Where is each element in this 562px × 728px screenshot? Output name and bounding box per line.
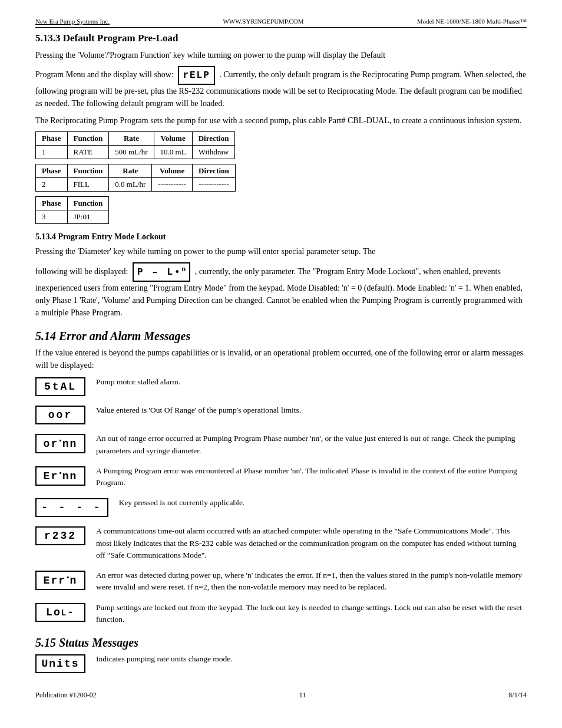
page-footer: Publication #1200-02 11 8/1/14	[35, 691, 527, 700]
table-row: 1 RATE 500 mL/hr 10.0 mL Withdraw	[36, 146, 235, 159]
lcd-oor: oor	[35, 406, 85, 424]
section-513-para3: The Reciprocating Pump Program sets the …	[35, 114, 527, 127]
section-5134-para1: Pressing the 'Diameter' key while turnin…	[35, 245, 527, 258]
program-table-2: Phase Function Rate Volume Direction 2 F…	[35, 164, 236, 192]
alarm-text-dashes: Key pressed is not currently applicable.	[119, 497, 527, 509]
lcd-relp: rELP	[178, 66, 214, 85]
alarm-text-r232: A communications time-out alarm occurred…	[96, 525, 527, 561]
lcd-ernn: Er•nn	[35, 466, 85, 486]
header-company: New Era Pump Systems Inc.	[35, 18, 110, 25]
alarm-row-ornn: or•nn An out of range error occurred at …	[35, 433, 527, 457]
lcd-ornn: or•nn	[35, 434, 85, 453]
section-514-intro: If the value entered is beyond the pumps…	[35, 347, 527, 371]
alarm-row-dashes: - - - - Key pressed is not currently app…	[35, 497, 527, 517]
alarm-text-ornn: An out of range error occurred at Pumpin…	[96, 433, 527, 457]
section-515-title: 5.15 Status Messages	[35, 636, 527, 650]
lcd-r232: r232	[35, 526, 85, 545]
alarm-text-lol: Pump settings are locked out from the ke…	[96, 602, 527, 626]
alarm-row-ernn: Er•nn A Pumping Program error was encoun…	[35, 465, 527, 489]
section-513-para1: Pressing the 'Volume'/'Program Function'…	[35, 49, 527, 61]
alarm-text-errn: An error was detected during power up, w…	[96, 569, 527, 594]
alarm-row-stal: 5tAL Pump motor stalled alarm.	[35, 376, 527, 396]
lcd-errn: Err•n	[35, 571, 85, 590]
status-text-units: Indicates pumping rate units change mode…	[96, 653, 527, 665]
status-row-units: Units Indicates pumping rate units chang…	[35, 653, 527, 673]
alarm-text-stal: Pump motor stalled alarm.	[96, 376, 527, 388]
lcd-lockout: P – L•n	[133, 262, 190, 282]
lcd-dashes: - - - -	[35, 498, 108, 517]
alarm-text-oor: Value entered is 'Out Of Range' of the p…	[96, 404, 527, 416]
section-513-para2: Program Menu and the display will show: …	[35, 66, 527, 110]
page-header: New Era Pump Systems Inc. WWW.SYRINGEPUM…	[35, 18, 527, 28]
footer-date: 8/1/14	[508, 691, 527, 700]
alarm-row-lol: LoL- Pump settings are locked out from t…	[35, 602, 527, 626]
footer-publication: Publication #1200-02	[35, 691, 97, 700]
section-5134-para2: following will be displayed: P – L•n , c…	[35, 262, 527, 319]
header-website: WWW.SYRINGEPUMP.COM	[223, 18, 303, 25]
alarm-row-oor: oor Value entered is 'Out Of Range' of t…	[35, 404, 527, 424]
table-row: 3 JP:01	[36, 210, 109, 224]
lcd-units: Units	[35, 654, 85, 673]
footer-page: 11	[299, 691, 306, 700]
section-513-title: 5.13.3 Default Program Pre-Load	[35, 32, 527, 44]
header-model: Model NE-1600/NE-1800 Multi-Phaser™	[417, 18, 527, 25]
alarm-text-ernn: A Pumping Program error was encountered …	[96, 465, 527, 489]
table-row: 2 FILL 0.0 mL/hr ----------- -----------…	[36, 178, 236, 192]
alarm-row-r232: r232 A communications time-out alarm occ…	[35, 525, 527, 561]
program-table-1: Phase Function Rate Volume Direction 1 R…	[35, 131, 235, 159]
program-table-3: Phase Function 3 JP:01	[35, 196, 109, 224]
alarm-row-errn: Err•n An error was detected during power…	[35, 569, 527, 594]
section-514-title: 5.14 Error and Alarm Messages	[35, 330, 527, 343]
section-5134-title: 5.13.4 Program Entry Mode Lockout	[35, 232, 527, 242]
lcd-lol: LoL-	[35, 603, 85, 622]
lcd-stal: 5tAL	[35, 377, 85, 396]
